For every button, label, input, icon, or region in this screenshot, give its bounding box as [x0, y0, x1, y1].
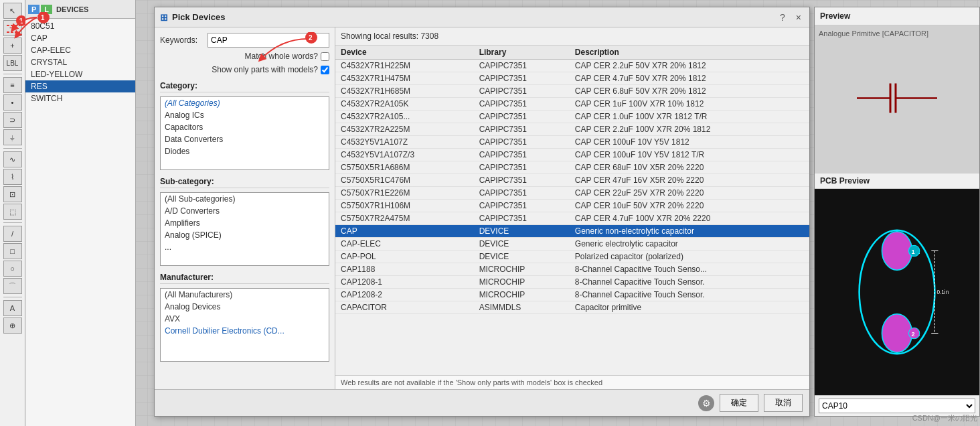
- results-panel: Showing local results: 7308 Device Libra…: [335, 27, 809, 389]
- keywords-row: Keywords:: [160, 33, 329, 48]
- table-row[interactable]: C5750X5R1C476MCAPIPC7351CAP CER 47uF 16V…: [335, 174, 809, 187]
- manufacturer-item-all[interactable]: (All Manufacturers): [161, 289, 329, 301]
- cancel-button[interactable]: 取消: [764, 394, 803, 412]
- table-row[interactable]: C4532X7R1H475MCAPIPC7351CAP CER 4.7uF 50…: [335, 72, 809, 85]
- subcategory-item-ad[interactable]: A/D Converters: [161, 205, 329, 217]
- toolbar-circle[interactable]: ○: [3, 261, 22, 277]
- sidebar-item-led-yellow[interactable]: LED-YELLOW: [25, 68, 135, 80]
- table-row[interactable]: C5750X7R2A475MCAPIPC7351CAP CER 4.7uF 10…: [335, 212, 809, 225]
- toolbar-probe[interactable]: ∿: [3, 151, 22, 167]
- table-row[interactable]: C4532Y5V1A107ZCAPIPC7351CAP CER 100uF 10…: [335, 136, 809, 149]
- toolbar-rectangle[interactable]: □: [3, 243, 22, 259]
- sidebar-item-cap-elec[interactable]: CAP-ELEC: [25, 44, 135, 56]
- filter-panel: Keywords: Match whole words? Show only p…: [155, 27, 335, 389]
- pick-devices-dialog: ⊞ Pick Devices ? × Keywords: Match whole…: [154, 7, 810, 417]
- manufacturer-section-title: Manufacturer:: [160, 273, 329, 284]
- component-select[interactable]: CAP10: [819, 399, 975, 413]
- category-item-capacitors[interactable]: Capacitors: [161, 121, 329, 133]
- toolbar-symbol[interactable]: ⊕: [3, 317, 22, 334]
- results-table-wrap[interactable]: Device Library Description C4532X7R1H225…: [335, 46, 809, 375]
- manufacturer-listbox[interactable]: (All Manufacturers) Analog Devices AVX C…: [160, 288, 329, 362]
- subcategory-item-more[interactable]: ...: [161, 241, 329, 253]
- table-row[interactable]: CAP1208-1MICROCHIP8-Channel Capacitive T…: [335, 276, 809, 289]
- toolbar-junction[interactable]: •: [3, 94, 22, 111]
- sidebar-item-res[interactable]: RES: [25, 80, 135, 92]
- toolbar-bus[interactable]: ≡: [3, 77, 22, 93]
- capacitor-symbol: [857, 78, 937, 121]
- dialog-controls: ? ×: [777, 12, 804, 23]
- keywords-input[interactable]: [208, 33, 329, 48]
- table-row[interactable]: CAP-ELECDEVICEGeneric electrolytic capac…: [335, 238, 809, 251]
- toolbar-line[interactable]: /: [3, 226, 22, 242]
- toolbar-power[interactable]: ⏚: [3, 129, 22, 145]
- sidebar-device-list: 80C51 CAP CAP-ELEC CRYSTAL LED-YELLOW RE…: [25, 19, 135, 106]
- svg-text:1: 1: [912, 248, 915, 255]
- gear-button[interactable]: ⚙: [698, 395, 714, 411]
- sidebar-devices-label: DEVICES: [56, 5, 88, 13]
- sidebar-item-crystal[interactable]: CRYSTAL: [25, 56, 135, 68]
- pcb-preview-area: 1 2 1 2 0.1in: [815, 189, 979, 395]
- ok-button[interactable]: 确定: [720, 394, 758, 412]
- match-whole-words-row: Match whole words?: [160, 52, 329, 61]
- table-row[interactable]: CAPDEVICEGeneric non-electrolytic capaci…: [335, 225, 809, 238]
- toolbar-label[interactable]: LBL: [3, 55, 22, 71]
- toolbar-port[interactable]: ⊃: [3, 112, 22, 128]
- toolbar-arc[interactable]: ⌒: [3, 278, 22, 294]
- sidebar-tabs: P L DEVICES: [25, 0, 135, 19]
- table-row[interactable]: CAPACITORASIMMDLSCapacitor primitive: [335, 301, 809, 314]
- subcategory-listbox[interactable]: (All Sub-categories) A/D Converters Ampl…: [160, 192, 329, 266]
- toolbar-wire[interactable]: +: [3, 38, 22, 54]
- watermark: CSDN@一米の阳光: [912, 413, 977, 423]
- col-library: Library: [474, 46, 570, 60]
- manufacturer-item-cornell[interactable]: Cornell Dubilier Electronics (CD...: [161, 325, 329, 337]
- sidebar-item-cap[interactable]: CAP: [25, 32, 135, 44]
- sidebar-item-switch[interactable]: SWITCH: [25, 92, 135, 104]
- tab-l[interactable]: L: [41, 5, 52, 14]
- svg-point-5: [882, 232, 912, 270]
- toolbar-text[interactable]: A: [3, 300, 22, 316]
- left-sidebar: P L DEVICES 80C51 CAP CAP-ELEC CRYSTAL L…: [25, 0, 136, 426]
- show-models-checkbox[interactable]: [321, 66, 329, 74]
- dialog-help-button[interactable]: ?: [777, 12, 788, 23]
- dialog-close-button[interactable]: ×: [793, 12, 804, 23]
- sidebar-item-80c51[interactable]: 80C51: [25, 20, 135, 32]
- category-section-title: Category:: [160, 81, 329, 92]
- toolbar-tape[interactable]: ⌇: [3, 169, 22, 185]
- table-row[interactable]: C5750X7R1E226MCAPIPC7351CAP CER 22uF 25V…: [335, 187, 809, 200]
- table-row[interactable]: CAP1208-2MICROCHIP8-Channel Capacitive T…: [335, 289, 809, 301]
- table-row[interactable]: C4532X7R2A105KCAPIPC7351CAP CER 1uF 100V…: [335, 98, 809, 111]
- tab-p[interactable]: P: [28, 5, 39, 14]
- table-row[interactable]: CAP1188MICROCHIP8-Channel Capacitive Tou…: [335, 263, 809, 276]
- results-header: Showing local results: 7308: [335, 27, 809, 46]
- category-item-analog-ics[interactable]: Analog ICs: [161, 109, 329, 121]
- keywords-label: Keywords:: [160, 36, 203, 45]
- table-row[interactable]: C4532X7R1H685MCAPIPC7351CAP CER 6.8uF 50…: [335, 85, 809, 98]
- category-item-all[interactable]: (All Categories): [161, 97, 329, 109]
- table-row[interactable]: CAP-POLDEVICEPolarized capacitor (polari…: [335, 251, 809, 263]
- table-row[interactable]: C5750X5R1A686MCAPIPC7351CAP CER 68uF 10V…: [335, 161, 809, 174]
- show-models-row: Show only parts with models?: [160, 65, 329, 74]
- pcb-preview-title: PCB Preview: [815, 173, 979, 189]
- subcategory-item-all[interactable]: (All Sub-categories): [161, 193, 329, 205]
- preview-title: Preview: [815, 7, 979, 25]
- table-row[interactable]: C4532X7R2A105...CAPIPC7351CAP CER 1.0uF …: [335, 111, 809, 123]
- table-row[interactable]: C4532X7R1H225MCAPIPC7351CAP CER 2.2uF 50…: [335, 60, 809, 72]
- dialog-footer: ⚙ 确定 取消: [155, 389, 809, 416]
- toolbar-subcircuit[interactable]: ⬚: [3, 204, 22, 220]
- category-listbox[interactable]: (All Categories) Analog ICs Capacitors D…: [160, 96, 329, 170]
- table-row[interactable]: C5750X7R1H106MCAPIPC7351CAP CER 10uF 50V…: [335, 200, 809, 212]
- preview-panel: Preview Analogue Primitive [CAPACITOR] P…: [814, 7, 980, 417]
- category-item-diodes[interactable]: Diodes: [161, 145, 329, 157]
- manufacturer-item-avx[interactable]: AVX: [161, 313, 329, 325]
- manufacturer-item-analog[interactable]: Analog Devices: [161, 301, 329, 313]
- col-description: Description: [570, 46, 809, 60]
- table-row[interactable]: C4532X7R2A225MCAPIPC7351CAP CER 2.2uF 10…: [335, 123, 809, 136]
- match-whole-words-checkbox[interactable]: [321, 52, 329, 61]
- dialog-title-text: Pick Devices: [172, 12, 226, 22]
- subcategory-item-amplifiers[interactable]: Amplifiers: [161, 217, 329, 229]
- toolbar-component[interactable]: + 1: [3, 20, 22, 36]
- toolbar-generator[interactable]: ⊡: [3, 186, 22, 202]
- category-item-data-converters[interactable]: Data Converters: [161, 133, 329, 145]
- table-row[interactable]: C4532Y5V1A107Z/3CAPIPC7351CAP CER 100uF …: [335, 149, 809, 161]
- subcategory-item-analog-spice[interactable]: Analog (SPICE): [161, 229, 329, 241]
